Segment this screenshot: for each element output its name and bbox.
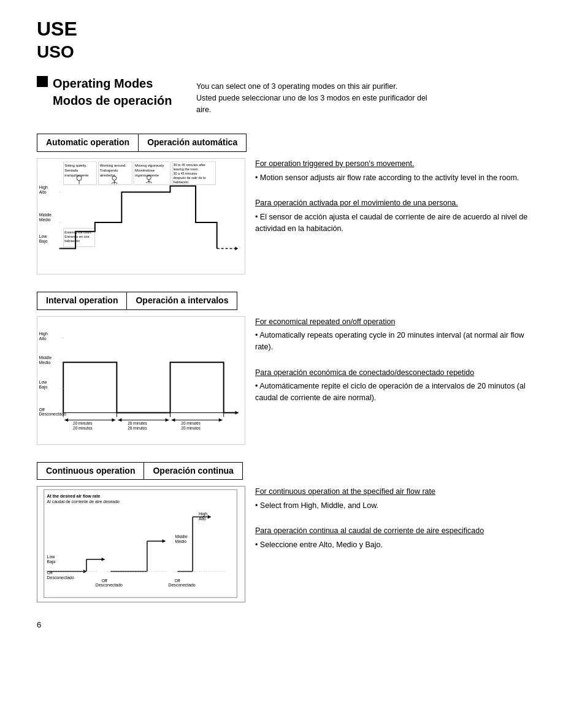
interval-label-en: Interval operation <box>37 292 127 310</box>
svg-text:leaving the room.: leaving the room. <box>173 167 199 171</box>
svg-line-27 <box>149 181 152 183</box>
interval-label-es: Operación a intervalos <box>127 292 237 310</box>
automatic-label-en: Automatic operation <box>37 134 139 152</box>
svg-text:At the desired air flow rate: At the desired air flow rate <box>47 494 101 498</box>
svg-text:Middle: Middle <box>39 213 52 217</box>
svg-marker-99 <box>163 539 166 543</box>
interval-operation-section: Interval operation Operación a intervalo… <box>37 292 532 445</box>
continuous-description: For continuous operation at the specifie… <box>255 486 532 553</box>
svg-marker-63 <box>112 418 115 422</box>
svg-text:Low: Low <box>39 234 47 238</box>
svg-marker-73 <box>219 418 223 422</box>
automatic-diagram: High Alto Middle Medio Low Bajo Sitting … <box>37 158 245 275</box>
svg-text:Bajo: Bajo <box>39 239 48 244</box>
svg-text:Off: Off <box>39 407 45 411</box>
section-title-es: Modos de operación <box>53 92 172 109</box>
continuous-diagram: At the desired air flow rate Al caudal d… <box>37 486 245 602</box>
intro-text-es: Usted puede seleccionar uno de los 3 mod… <box>196 94 427 114</box>
svg-text:Desconectado: Desconectado <box>47 576 74 580</box>
svg-text:High: High <box>199 512 207 517</box>
svg-marker-103 <box>208 515 211 519</box>
page-title-use: USE <box>37 18 532 40</box>
svg-text:Alto: Alto <box>39 190 47 194</box>
svg-text:Desconectado: Desconectado <box>169 583 196 587</box>
continuous-operation-section: Continuous operation Operación continua … <box>37 462 532 603</box>
svg-marker-39 <box>235 246 238 250</box>
svg-text:habitación: habitación <box>64 239 80 243</box>
automatic-operation-section: Automatic operation Operación automática… <box>37 134 532 275</box>
svg-text:Low: Low <box>47 555 55 559</box>
automatic-description: For operation triggered by person's move… <box>255 158 532 237</box>
svg-text:High: High <box>39 331 48 336</box>
svg-text:Bajo: Bajo <box>47 559 56 564</box>
interval-description: For economical repeated on/off operation… <box>255 316 532 406</box>
svg-text:Trabajando: Trabajando <box>100 169 118 172</box>
interval-diagram: High Alto Middle Medio Low Bajo Off Desc… <box>37 316 245 445</box>
svg-text:30 a 45 minutos: 30 a 45 minutos <box>173 172 197 175</box>
svg-text:30 to 45 minutes after: 30 to 45 minutes after <box>173 163 205 167</box>
svg-text:después de salir de la: después de salir de la <box>173 176 206 180</box>
svg-rect-76 <box>44 490 237 597</box>
svg-text:Low: Low <box>39 380 48 384</box>
svg-text:Medio: Medio <box>39 218 51 222</box>
svg-text:Entrando en una: Entrando en una <box>64 235 90 238</box>
section-title-en: Operating Modes <box>53 75 172 92</box>
svg-text:Alto: Alto <box>199 517 206 521</box>
svg-text:Middle: Middle <box>39 355 52 360</box>
svg-text:20 minutes: 20 minutes <box>73 421 92 425</box>
svg-text:20 minutos: 20 minutos <box>73 426 92 430</box>
svg-text:Working around.: Working around. <box>100 164 127 167</box>
svg-text:Desconectado: Desconectado <box>96 583 123 587</box>
svg-text:Moviéndose: Moviéndose <box>135 169 155 172</box>
black-square-1 <box>37 76 48 87</box>
continuous-label-es: Operación continua <box>144 462 242 480</box>
svg-text:Medio: Medio <box>175 539 186 544</box>
svg-text:Sitting quietly.: Sitting quietly. <box>64 164 87 167</box>
svg-marker-62 <box>64 418 68 422</box>
continuous-label-en: Continuous operation <box>37 462 144 480</box>
intro-text-en: You can select one of 3 operating modes … <box>196 82 397 91</box>
svg-text:High: High <box>39 185 48 190</box>
svg-text:Al caudal de corriente de aire: Al caudal de corriente de aire deseado <box>47 499 120 504</box>
svg-text:Middle: Middle <box>175 534 188 539</box>
svg-marker-72 <box>172 418 175 422</box>
automatic-label-es: Operación automática <box>139 134 247 152</box>
svg-text:tranquilamente: tranquilamente <box>64 173 89 177</box>
svg-marker-68 <box>166 418 169 422</box>
svg-text:Alto: Alto <box>39 336 47 340</box>
svg-text:Sentada: Sentada <box>64 169 79 172</box>
svg-text:20 minutos: 20 minutos <box>181 426 200 430</box>
svg-text:20 minutes: 20 minutes <box>128 421 147 425</box>
svg-text:Bajo: Bajo <box>39 384 48 389</box>
svg-text:20 minutes: 20 minutes <box>181 421 200 425</box>
svg-line-19 <box>114 182 117 184</box>
page-title-uso: USO <box>37 40 532 64</box>
svg-text:habitación.: habitación. <box>173 180 190 184</box>
svg-marker-67 <box>118 418 121 422</box>
svg-text:20 minutos: 20 minutos <box>128 426 147 430</box>
svg-line-26 <box>146 181 149 183</box>
svg-text:Moving vigorously: Moving vigorously <box>135 164 164 167</box>
svg-marker-95 <box>102 558 105 561</box>
page-number: 6 <box>37 620 532 631</box>
svg-text:Medio: Medio <box>39 360 51 365</box>
svg-line-18 <box>112 182 115 184</box>
